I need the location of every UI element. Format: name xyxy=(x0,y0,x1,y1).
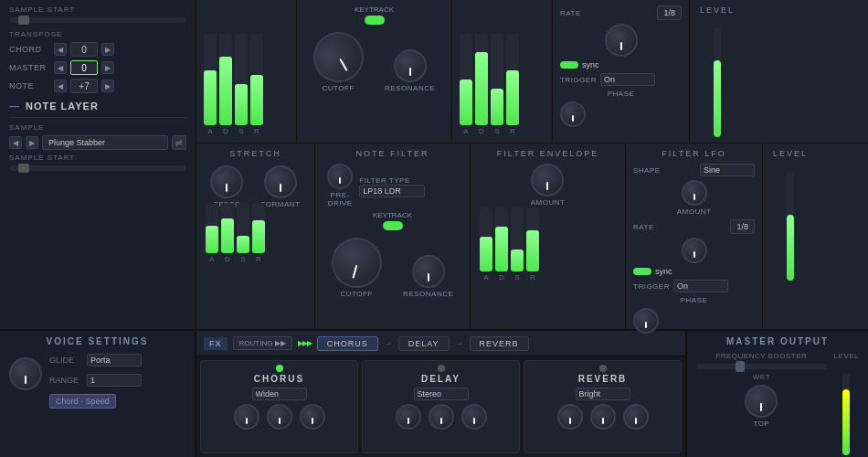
transpose-label: TRANSPOSE xyxy=(9,30,186,38)
adsr-d: D xyxy=(219,34,232,135)
mo-level-fader[interactable] xyxy=(842,373,850,455)
keytrack-toggle[interactable] xyxy=(365,16,385,25)
env-amount-knob[interactable] xyxy=(531,164,564,197)
flfo-trigger-select[interactable]: On Off xyxy=(673,280,728,292)
env-adsr-d: D xyxy=(495,207,508,282)
voice-settings-panel: VOICE SETTINGS GLIDE Porta Glide RANGE xyxy=(0,331,196,457)
range-select[interactable]: 1 2 xyxy=(87,374,142,387)
keytrack-nf-toggle[interactable] xyxy=(383,221,403,230)
master-output-panel: MASTER OUTPUT FREQUENCY BOOSTER WET TOP … xyxy=(685,331,868,457)
note-layer-label: NOTE LAYER xyxy=(26,101,99,112)
flfo-amount-knob[interactable] xyxy=(682,180,707,206)
level-bottom-fader[interactable] xyxy=(787,171,794,281)
flfo-sync-row: sync xyxy=(633,267,755,276)
flfo-phase-knob[interactable] xyxy=(633,308,659,334)
delay-route-btn[interactable]: DELAY xyxy=(398,336,450,351)
env-adsr-r-track[interactable] xyxy=(526,207,539,271)
adsr2-r-track[interactable] xyxy=(506,34,519,125)
chorus-on-indicator xyxy=(276,365,283,372)
adsr-r-track[interactable] xyxy=(250,34,263,125)
note-increment[interactable]: ▶ xyxy=(101,80,114,92)
range-label: RANGE xyxy=(49,376,81,385)
rate-top-label: RATE xyxy=(560,9,581,17)
chorus-type-select[interactable]: Widen Classic xyxy=(252,388,307,400)
fx-effects-row: CHORUS Widen Classic DELAY xyxy=(196,356,685,457)
adsr2-d-label: D xyxy=(479,127,484,135)
chord-speed-btn[interactable]: Chord - Speed xyxy=(49,394,116,409)
adsr2-r: R xyxy=(506,34,519,135)
glide-select[interactable]: Porta Glide xyxy=(87,354,142,367)
delay-knob-2[interactable] xyxy=(429,404,454,430)
wet-label: WET xyxy=(696,373,827,381)
delay-knob-1[interactable] xyxy=(396,404,421,430)
rate-top-knob[interactable] xyxy=(605,24,638,57)
adsr2-s-track[interactable] xyxy=(491,34,503,125)
master-increment[interactable]: ▶ xyxy=(101,61,114,74)
glide-knob[interactable] xyxy=(9,357,42,390)
predrive-knob[interactable] xyxy=(327,164,353,189)
note-filter-panel: NOTE FILTER PRE-DRIVE FILTER TYPE LP18 L… xyxy=(315,143,471,339)
env-adsr-a-track[interactable] xyxy=(480,207,492,271)
filter-top-panel: KEYTRACK CUTOFF RESONANCE xyxy=(297,0,452,143)
nf-resonance-knob[interactable] xyxy=(412,255,445,288)
wet-fader[interactable] xyxy=(696,364,827,369)
note-filter-title: NOTE FILTER xyxy=(321,149,464,158)
adsr-d-track[interactable] xyxy=(219,34,232,125)
phase-top-label: PHASE xyxy=(560,90,682,98)
flfo-shape-select[interactable]: Sine Square Saw xyxy=(700,164,755,176)
speed-knob[interactable] xyxy=(210,165,243,198)
reverb-knob-3[interactable] xyxy=(623,404,649,430)
adsr2-a-track[interactable] xyxy=(460,34,472,125)
formant-knob[interactable] xyxy=(264,165,297,198)
note-decrement[interactable]: ◀ xyxy=(54,80,67,92)
reverb-type-select[interactable]: Bright Dark xyxy=(576,388,630,400)
s-adsr-d-track[interactable] xyxy=(221,203,234,253)
chorus-knob-2[interactable] xyxy=(267,404,292,430)
chord-row: CHORD ◀ 0 ▶ xyxy=(9,42,186,57)
chord-increment[interactable]: ▶ xyxy=(101,43,114,56)
master-decrement[interactable]: ◀ xyxy=(54,61,67,74)
flfo-rate-knob[interactable] xyxy=(682,238,707,263)
chorus-route-btn[interactable]: CHORUS xyxy=(317,336,378,351)
level-top-fill xyxy=(714,60,721,137)
mo-level-fill xyxy=(842,389,850,455)
filter-type-select[interactable]: LP18 LDR HP BP xyxy=(359,185,425,197)
env-adsr-d-track[interactable] xyxy=(495,207,508,271)
delay-type-select[interactable]: Stereo Ping Pong xyxy=(414,388,469,400)
env-adsr-s-track[interactable] xyxy=(511,207,524,271)
adsr-s-track[interactable] xyxy=(235,34,248,125)
sample-prev[interactable]: ◀ xyxy=(9,136,22,149)
chorus-knob-3[interactable] xyxy=(300,404,325,430)
reverb-knob-1[interactable] xyxy=(557,404,583,430)
routing-btn[interactable]: ROUTING ▶▶ xyxy=(233,336,292,350)
sample-start-slider[interactable] xyxy=(9,17,186,23)
mo-main-knob[interactable] xyxy=(745,385,778,418)
nf-cutoff-knob[interactable] xyxy=(326,232,387,293)
adsr-a-track[interactable] xyxy=(204,34,217,125)
adsr2-r-fill xyxy=(506,70,519,125)
adsr2-d: D xyxy=(475,34,488,135)
adsr2-d-track[interactable] xyxy=(475,34,488,125)
s-adsr-a-track[interactable] xyxy=(206,203,218,253)
s-adsr-s-track[interactable] xyxy=(237,203,249,253)
reverb-knob-2[interactable] xyxy=(590,404,616,430)
level-top-fader[interactable] xyxy=(714,27,721,137)
cutoff-knob[interactable] xyxy=(304,23,373,91)
flfo-amount-container: AMOUNT xyxy=(633,180,755,216)
master-param-label: MASTER xyxy=(9,63,50,72)
sample-start-slider-2[interactable] xyxy=(9,165,186,171)
shuffle-button[interactable]: ⇌ xyxy=(172,135,186,150)
chord-decrement[interactable]: ◀ xyxy=(54,43,67,56)
delay-knob-3[interactable] xyxy=(461,404,487,430)
adsr-top2-panel: A D S xyxy=(452,0,553,143)
resonance-knob[interactable] xyxy=(394,49,427,82)
phase-top-knob[interactable] xyxy=(560,101,586,127)
sample-next[interactable]: ▶ xyxy=(26,136,38,149)
chorus-knob-1[interactable] xyxy=(234,404,259,430)
main-container: SAMPLE START TRANSPOSE CHORD ◀ 0 ▶ MASTE… xyxy=(0,0,868,457)
trigger-top-select[interactable]: On Off xyxy=(600,73,655,86)
reverb-route-btn[interactable]: REVERB xyxy=(470,336,529,351)
s-adsr-r-track[interactable] xyxy=(252,203,265,253)
filter-type-group: FILTER TYPE LP18 LDR HP BP xyxy=(359,175,464,197)
sample-name-display: Plunge Stabber xyxy=(42,135,168,150)
